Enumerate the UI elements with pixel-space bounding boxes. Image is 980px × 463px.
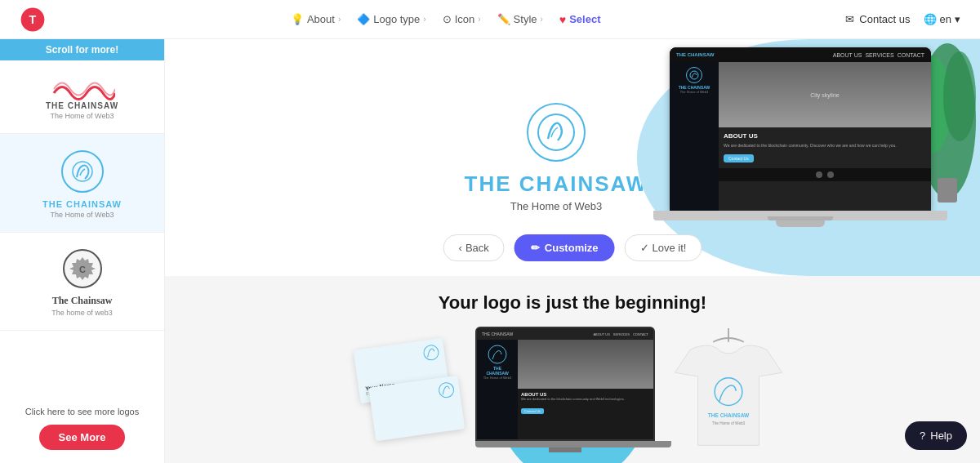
- logo-preview: THE CHAINSAW The Home of Web3: [465, 103, 648, 212]
- small-logo-icon: [689, 70, 699, 80]
- bottom-section: Your logo is just the beginning! Your Na…: [165, 276, 980, 463]
- card-logo-icon-2: [437, 381, 456, 399]
- love-button[interactable]: ✓ Love it!: [625, 234, 702, 261]
- heart-icon: ♥: [559, 13, 566, 26]
- circle-logo-icon: [61, 150, 104, 193]
- svg-point-12: [438, 382, 454, 398]
- language-selector[interactable]: 🌐 en ▾: [924, 13, 960, 25]
- bottom-laptop-base: [475, 441, 671, 447]
- nav-style[interactable]: ✏️ Style ›: [491, 10, 550, 29]
- back-button[interactable]: ‹ Back: [443, 234, 505, 261]
- nav-icon[interactable]: ⊙ Icon ›: [436, 10, 488, 29]
- back-arrow-icon: ‹: [459, 242, 462, 254]
- lightbulb-icon: 💡: [291, 13, 304, 25]
- question-icon: ?: [920, 430, 925, 442]
- bottom-laptop-city: [518, 340, 653, 389]
- mail-icon: ✉: [845, 13, 854, 25]
- preview-title: THE CHAINSAW: [465, 171, 648, 197]
- style-icon: ✏️: [497, 13, 510, 25]
- sidebar: Scroll for more! THE CHAINSAW The Home o…: [0, 39, 165, 463]
- action-buttons: ‹ Back ✏ Customize ✓ Love it!: [443, 234, 702, 261]
- nav-select[interactable]: ♥ Select: [553, 10, 608, 29]
- svg-point-5: [538, 114, 574, 150]
- seal-logo-icon: C: [63, 249, 102, 288]
- preview-subtitle: The Home of Web3: [510, 200, 602, 212]
- svg-point-10: [690, 71, 698, 79]
- svg-text:T: T: [29, 12, 37, 25]
- chevron-icon: ›: [541, 15, 543, 24]
- ls-contact-btn: Contact Us: [521, 408, 544, 414]
- svg-point-11: [423, 345, 439, 361]
- nav-about[interactable]: 💡 About ›: [284, 10, 347, 29]
- facebook-icon: [827, 171, 834, 178]
- bottom-laptop-content: THECHAINSAW The Home of Web3 ABOUT US We…: [477, 340, 653, 439]
- main-content: THE CHAINSAW The Home of Web3 THE CHAIN: [165, 39, 980, 463]
- see-more-button[interactable]: See More: [39, 425, 126, 450]
- laptop-navbar: THE CHAINSAW ABOUT US SERVICES CONTACT: [670, 47, 931, 62]
- laptop-stand: [776, 220, 825, 227]
- bottom-laptop-main: ABOUT US We are dedicated to the blockch…: [518, 340, 653, 439]
- circle-icon: ⊙: [443, 13, 452, 25]
- bottom-title: Your logo is just the beginning!: [439, 292, 706, 314]
- nav-item-about: ABOUT US: [833, 52, 862, 58]
- bottom-laptop-about: ABOUT US We are dedicated to the blockch…: [518, 389, 653, 419]
- laptop-screen: THE CHAINSAW ABOUT US SERVICES CONTACT: [670, 47, 931, 211]
- help-button[interactable]: ? Help: [905, 421, 967, 450]
- laptop-footer: [719, 168, 931, 181]
- bottom-laptop-nav: THE CHAINSAW ABOUT US SERVICES CONTACT: [477, 328, 653, 340]
- sidebar-logo-1[interactable]: THE CHAINSAW The Home of Web3: [0, 60, 164, 134]
- business-card-2: [368, 376, 465, 442]
- bottom-laptop-logo: [488, 345, 507, 364]
- sidebar-bottom: Click here to see more logos See More: [0, 331, 164, 463]
- laptop-content: THE CHAINSAW The Home of Web3 City skyli…: [670, 62, 931, 211]
- laptop-sidebar: THE CHAINSAW The Home of Web3: [670, 62, 719, 211]
- laptop-main-content: City skyline ABOUT US We are dedicated t…: [719, 62, 931, 211]
- red-wave-logo-icon: [50, 77, 115, 101]
- laptop-logo-text: THE CHAINSAW: [676, 52, 714, 57]
- tshirt-svg: THE CHAINSAW The Home of Web3: [671, 327, 786, 449]
- bottom-laptop-screen: THE CHAINSAW ABOUT US SERVICES CONTACT: [475, 327, 655, 441]
- scroll-banner[interactable]: Scroll for more!: [0, 39, 164, 60]
- preview-logo-circle: [527, 103, 586, 162]
- svg-point-13: [488, 345, 506, 363]
- sidebar-logo-3[interactable]: C The Chainsaw The home of web3: [0, 233, 164, 331]
- ls-nav-contact: CONTACT: [633, 332, 648, 336]
- nav-logo-type[interactable]: 🔷 Logo type ›: [350, 10, 432, 29]
- wave-hand-icon: [70, 159, 95, 184]
- tshirt-mockup: THE CHAINSAW The Home of Web3: [671, 327, 786, 452]
- globe-icon: 🌐: [924, 13, 937, 25]
- sidebar-logo-2[interactable]: THE CHAINSAW The Home of Web3: [0, 134, 164, 233]
- svg-text:THE CHAINSAW: THE CHAINSAW: [708, 412, 750, 418]
- laptop-base: [653, 211, 947, 220]
- bottom-laptop-stand: [549, 447, 581, 452]
- bottom-laptop-sidebar: THECHAINSAW The Home of Web3: [477, 340, 518, 439]
- svg-text:The Home of Web3: The Home of Web3: [712, 421, 746, 425]
- chevron-icon: ›: [478, 15, 480, 24]
- chevron-icon: ›: [423, 15, 425, 24]
- laptop-city-image: City skyline: [719, 62, 931, 127]
- pencil-icon: ✏: [531, 242, 540, 254]
- nav-steps: 💡 About › 🔷 Logo type › ⊙ Icon › ✏️ Styl…: [284, 10, 608, 29]
- check-icon: ✓: [640, 242, 649, 254]
- nav-right: ✉ Contact us 🌐 en ▾: [845, 13, 960, 25]
- top-section: THE CHAINSAW The Home of Web3 THE CHAIN: [165, 39, 980, 276]
- brand-logo[interactable]: T: [20, 7, 46, 33]
- main-layout: Scroll for more! THE CHAINSAW The Home o…: [0, 39, 980, 463]
- laptop-logo-small: THE CHAINSAW The Home of Web3: [675, 67, 714, 94]
- chevron-down-icon: ▾: [955, 13, 960, 25]
- navbar: T 💡 About › 🔷 Logo type › ⊙ Icon › ✏️ St…: [0, 0, 980, 39]
- chevron-icon: ›: [338, 15, 341, 24]
- nav-item-services: SERVICES: [865, 52, 893, 58]
- customize-button[interactable]: ✏ Customize: [514, 234, 615, 261]
- card-logo-icon: [422, 344, 441, 363]
- ls-nav-about: ABOUT US: [593, 332, 609, 336]
- svg-text:C: C: [79, 265, 86, 274]
- logo-type-icon: 🔷: [357, 13, 370, 25]
- laptop-about: ABOUT US We are dedicated to the blockch…: [719, 127, 931, 168]
- business-cards: Your Name Founder & CEO: [354, 336, 466, 443]
- contact-button[interactable]: ✉ Contact us: [845, 13, 910, 25]
- nav-item-contact: CONTACT: [898, 52, 924, 58]
- ls-nav-services: SERVICES: [613, 332, 630, 336]
- bottom-mockups: Your Name Founder & CEO THE CHAIN: [359, 327, 786, 452]
- gear-seal-icon: C: [69, 256, 96, 282]
